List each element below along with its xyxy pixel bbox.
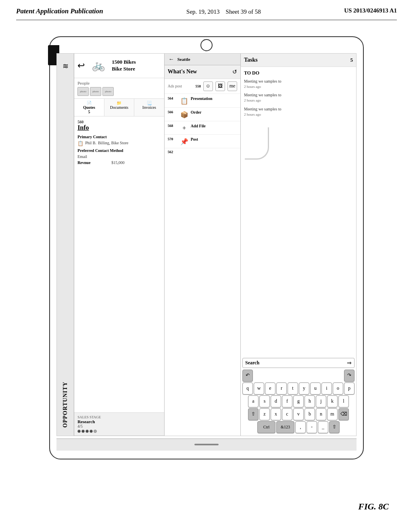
key-p[interactable]: p bbox=[344, 382, 355, 395]
key-redo[interactable]: ↷ bbox=[344, 370, 355, 382]
hand-gesture-indicator bbox=[245, 127, 269, 160]
sales-stage-label: SALES STAGE bbox=[77, 415, 161, 419]
ref-568: 568 bbox=[168, 124, 178, 128]
key-shift-left[interactable]: ⇧ bbox=[248, 408, 259, 420]
stage-dot-2 bbox=[81, 430, 85, 433]
keyboard-row-4: Ctrl &123 , - _ ⇧ bbox=[242, 421, 355, 433]
add-file-label: Add File bbox=[191, 124, 206, 128]
activity-post[interactable]: 570 📌 Post bbox=[165, 135, 240, 148]
avatar-3[interactable]: photo bbox=[102, 87, 114, 96]
key-comma[interactable]: , bbox=[295, 421, 306, 433]
keyboard-row-2: a s d f g h j k l bbox=[242, 395, 355, 407]
stage-dot-4 bbox=[90, 430, 93, 433]
tasks-count: 5 bbox=[350, 57, 353, 63]
key-e[interactable]: e bbox=[265, 382, 275, 395]
todo-time-3: 2 hours ago bbox=[244, 112, 353, 117]
key-d[interactable]: d bbox=[271, 395, 281, 407]
key-i[interactable]: i bbox=[321, 382, 332, 395]
image-icon-btn[interactable]: 🖼 bbox=[215, 81, 225, 91]
refresh-icon[interactable]: ↺ bbox=[232, 69, 237, 75]
right-panel: Tasks 5 TO DO Meeting we samples to 2 ho… bbox=[241, 54, 356, 436]
key-c[interactable]: c bbox=[282, 408, 292, 420]
notification-area bbox=[56, 45, 357, 53]
avatar-2[interactable]: photo bbox=[90, 87, 101, 96]
content-area: ≋ OPPORTUNITY ↩ 🚲 1500 Bikes Bike Store … bbox=[0, 20, 413, 459]
key-f[interactable]: f bbox=[282, 395, 292, 407]
key-w[interactable]: w bbox=[254, 382, 264, 395]
ref-570: 570 bbox=[168, 137, 178, 141]
post-label: Post bbox=[191, 137, 198, 141]
sheet-number: Sheet 39 of 58 bbox=[226, 8, 261, 15]
post-actions-bar: Ads post 558 ☺ 🖼 me bbox=[165, 79, 240, 94]
key-123[interactable]: &123 bbox=[276, 421, 294, 433]
key-t[interactable]: t bbox=[288, 382, 298, 395]
key-l[interactable]: l bbox=[338, 395, 349, 407]
key-k[interactable]: k bbox=[327, 395, 338, 407]
key-o[interactable]: o bbox=[333, 382, 343, 395]
key-b[interactable]: b bbox=[305, 408, 315, 420]
key-v[interactable]: v bbox=[293, 408, 304, 420]
figure-label: FIG. 8C bbox=[358, 501, 389, 512]
revenue-row: Revnue $15,000 bbox=[77, 160, 161, 165]
key-u[interactable]: u bbox=[310, 382, 321, 395]
keyboard-row-3: ⇧ z x c v b n m ⌫ bbox=[242, 408, 355, 420]
preferred-contact-value-row: Email bbox=[77, 154, 161, 159]
key-ctrl[interactable]: Ctrl bbox=[257, 421, 275, 433]
back-arrow-icon[interactable]: ↩ bbox=[77, 60, 85, 71]
people-label: People bbox=[77, 81, 161, 85]
emoji-icon-btn[interactable]: ☺ bbox=[203, 81, 213, 91]
key-s[interactable]: s bbox=[259, 395, 270, 407]
activity-presentation[interactable]: 564 📋 Presentation bbox=[165, 94, 240, 108]
info-title: Info bbox=[77, 124, 161, 131]
key-j[interactable]: j bbox=[316, 395, 326, 407]
key-h[interactable]: h bbox=[305, 395, 315, 407]
key-a[interactable]: a bbox=[248, 395, 259, 407]
tab-documents[interactable]: 📁 Documents bbox=[104, 99, 135, 116]
key-x[interactable]: x bbox=[271, 408, 281, 420]
sales-stage-bar: SALES STAGE Research 4/5 bbox=[74, 413, 164, 436]
tab-invoices[interactable]: 📃 Invoices bbox=[134, 99, 164, 116]
key-z[interactable]: z bbox=[259, 408, 270, 420]
device-frame: ≋ OPPORTUNITY ↩ 🚲 1500 Bikes Bike Store … bbox=[49, 36, 364, 459]
key-minus[interactable]: - bbox=[307, 421, 317, 433]
key-m[interactable]: m bbox=[327, 408, 338, 420]
at-icon-btn[interactable]: me bbox=[227, 81, 237, 91]
contact-name: Phil B. bbox=[85, 141, 96, 145]
key-r[interactable]: r bbox=[276, 382, 287, 395]
keyboard-undo-row: ↶ ↷ bbox=[242, 370, 355, 382]
quotes-count: 5 bbox=[75, 110, 103, 114]
todo-text-1: Meeting we samples to bbox=[244, 79, 353, 84]
primary-contact-row: Primary Contact bbox=[77, 135, 161, 139]
stage-dot-3 bbox=[86, 430, 89, 433]
todo-text-2: Meeting we samples to bbox=[244, 92, 353, 98]
activity-add-file[interactable]: 568 + Add File bbox=[165, 121, 240, 135]
key-shift-right[interactable]: ⇧ bbox=[329, 421, 340, 433]
key-n[interactable]: n bbox=[316, 408, 326, 420]
key-y[interactable]: y bbox=[299, 382, 309, 395]
contact-icon: 📋 bbox=[77, 141, 83, 147]
key-g[interactable]: g bbox=[293, 395, 304, 407]
company-header: ↩ 🚲 1500 Bikes Bike Store bbox=[74, 54, 164, 78]
key-undo[interactable]: ↶ bbox=[242, 370, 253, 382]
primary-contact-label: Primary Contact bbox=[77, 135, 110, 139]
people-section: People photo photo photo bbox=[74, 78, 164, 99]
invoices-icon: 📃 bbox=[136, 101, 163, 105]
activity-order[interactable]: 566 📦 Order bbox=[165, 108, 240, 121]
contact-name-row: 📋 Phil B. Billing, Bike Store bbox=[77, 141, 161, 147]
add-post-label: Ads post bbox=[168, 84, 193, 88]
tasks-header: Tasks 5 bbox=[241, 54, 356, 67]
key-backspace[interactable]: ⌫ bbox=[338, 408, 349, 420]
tab-quotes[interactable]: 📄 Quotes 5 bbox=[74, 99, 104, 116]
people-avatars: photo photo photo bbox=[77, 87, 161, 96]
order-icon: 📦 bbox=[180, 111, 188, 118]
back-icon[interactable]: ← bbox=[169, 56, 174, 62]
top-nav-bar: ← Seattle bbox=[165, 54, 240, 65]
avatar-1[interactable]: photo bbox=[77, 87, 89, 96]
quotes-icon: 📄 bbox=[75, 101, 103, 105]
add-file-icon: + bbox=[180, 125, 188, 132]
search-bar[interactable]: Search ⇒ bbox=[242, 358, 355, 368]
stage-dot-5 bbox=[94, 430, 97, 433]
key-q[interactable]: q bbox=[242, 382, 253, 395]
todo-item-1: Meeting we samples to 2 hours ago bbox=[244, 79, 353, 89]
key-underscore[interactable]: _ bbox=[318, 421, 328, 433]
